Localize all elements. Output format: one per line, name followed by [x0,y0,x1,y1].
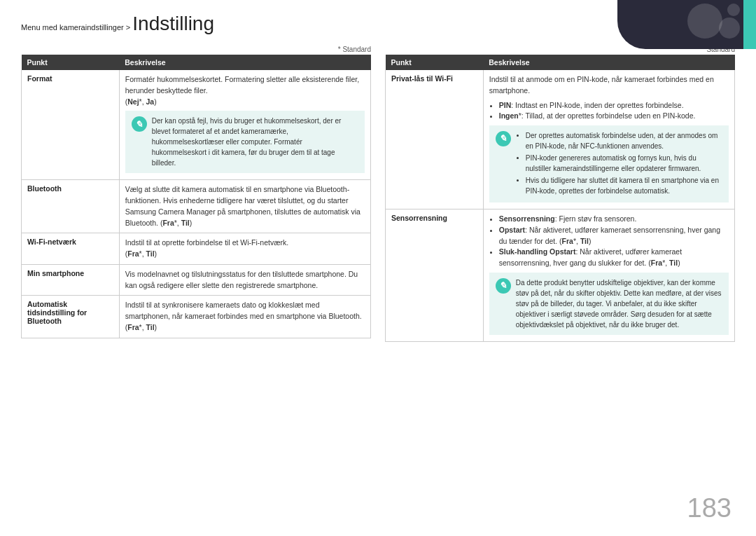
note-icon: ✎ [132,116,147,132]
bluetooth-label: Bluetooth [22,180,120,233]
format-desc: Formatér hukommelseskortet. Formatering … [119,70,370,180]
table-row: Bluetooth Vælg at slutte dit kamera auto… [22,180,371,233]
format-note: ✎ Der kan opstå fejl, hvis du bruger et … [125,111,365,173]
page-title: Indstilling [132,13,214,34]
right-col-beskrivelse: Beskrivelse [483,55,734,70]
left-table-section: * Standard Punkt Beskrivelse Format Form… [21,46,371,342]
breadcrumb-text: Menu med kameraindstillinger > [21,23,130,32]
table-row: Wi-Fi-netværk Indstil til at oprette for… [22,233,371,265]
bluetooth-desc: Vælg at slutte dit kamera automatisk til… [119,180,370,233]
sensorrensning-label: Sensorrensning [386,209,484,342]
left-col-punkt: Punkt [22,55,120,70]
header-teal-accent [743,0,756,49]
sensorrensning-note-text: Da dette produkt benytter udskiftelige o… [516,277,722,330]
left-table: Punkt Beskrivelse Format Formatér hukomm… [21,55,371,338]
right-col-punkt: Punkt [386,55,484,70]
privat-lås-note-text: Der oprettes automatisk forbindelse uden… [516,130,722,198]
left-col-beskrivelse: Beskrivelse [119,55,370,70]
privat-lås-note: ✎ Der oprettes automatisk forbindelse ud… [489,125,729,202]
sensorrensning-desc: Sensorrensning: Fjern støv fra sensoren.… [483,209,734,342]
note-icon-3: ✎ [496,278,511,294]
table-row: Privat-lås til Wi-Fi Indstil til at anmo… [386,70,735,209]
wifi-desc: Indstil til at oprette forbindelse til e… [119,233,370,265]
table-row: Format Formatér hukommelseskortet. Forma… [22,70,371,180]
smartphone-desc: Vis modelnavnet og tilslutningsstatus fo… [119,264,370,296]
wifi-label: Wi-Fi-netværk [22,233,120,265]
table-row: Sensorrensning Sensorrensning: Fjern stø… [386,209,735,342]
header-decoration [616,0,756,49]
smartphone-label: Min smartphone [22,264,120,296]
auto-time-label: Automatisk tidsindstilling for Bluetooth [22,296,120,338]
header-dark-bg [617,0,743,49]
note-icon-2: ✎ [496,131,511,146]
right-table-section: * Standard Punkt Beskrivelse Privat-lås … [385,46,735,342]
right-table: Punkt Beskrivelse Privat-lås til Wi-Fi I… [385,55,735,342]
privat-lås-label: Privat-lås til Wi-Fi [386,70,484,209]
auto-time-desc: Indstil til at synkronisere kameraets da… [119,296,370,338]
table-row: Automatisk tidsindstilling for Bluetooth… [22,296,371,338]
sensorrensning-note: ✎ Da dette produkt benytter udskiftelige… [489,273,729,335]
left-standard-label: * Standard [21,46,371,53]
page-number: 183 [687,493,732,523]
privat-lås-desc: Indstil til at anmode om en PIN-kode, nå… [483,70,734,209]
table-row: Min smartphone Vis modelnavnet og tilslu… [22,264,371,296]
page-header: Menu med kameraindstillinger > Indstilli… [0,0,756,42]
format-label: Format [22,70,120,180]
format-note-text: Der kan opstå fejl, hvis du bruger et hu… [152,116,358,168]
main-content: * Standard Punkt Beskrivelse Format Form… [0,46,756,342]
